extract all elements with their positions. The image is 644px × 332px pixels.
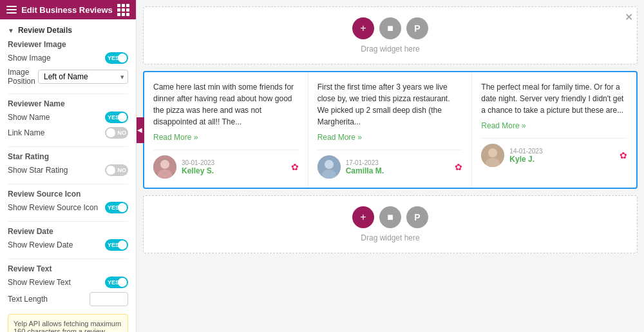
reviewer-name-group: Reviewer Name Show Name YES Link Name NO — [8, 99, 128, 139]
text-length-label: Text Length — [8, 295, 48, 304]
square-widget-icon[interactable]: ■ — [379, 17, 401, 39]
p-widget-icon[interactable]: P — [406, 17, 428, 39]
reviewer-date-0: 30-01-2023 — [182, 159, 286, 166]
reviewer-footer-0: 30-01-2023 Kelley S. ✿ — [153, 150, 299, 179]
read-more-2[interactable]: Read More » — [481, 121, 627, 130]
main-content: ✕ + ■ P Drag widget here ◀ Came here las… — [137, 0, 644, 332]
add-widget-icon[interactable]: + — [352, 17, 374, 39]
show-text-row: Show Review Text YES — [8, 277, 128, 288]
show-date-toggle-label: YES — [108, 242, 119, 248]
reviewer-name-2: Kyle J. — [509, 155, 614, 164]
show-date-toggle[interactable]: YES — [105, 239, 128, 251]
yelp-icon-0: ✿ — [291, 162, 299, 172]
show-name-label: Show Name — [8, 113, 50, 122]
bottom-drag-zone-icons: + ■ P — [352, 206, 428, 228]
section-title: ▼ Review Details — [8, 26, 128, 35]
link-name-toggle[interactable]: NO — [105, 127, 128, 139]
toggle-on-label: YES — [108, 55, 119, 61]
reviewer-date-1: 17-01-2023 — [346, 159, 450, 166]
review-text-label: Review Text — [8, 264, 128, 273]
collapse-arrow[interactable]: ◀ — [137, 117, 144, 143]
show-text-label: Show Review Text — [8, 278, 71, 287]
top-drag-text: Drag widget here — [361, 44, 419, 54]
show-text-toggle-label: YES — [108, 279, 119, 286]
review-date-group: Review Date Show Review Date YES — [8, 227, 128, 251]
image-position-select[interactable]: Left of Name Above Name Right of Name — [38, 70, 128, 84]
sidebar-title: Edit Business Reviews — [21, 5, 113, 15]
reviewer-avatar-0 — [153, 155, 176, 179]
show-source-icon-label: Show Review Source Icon — [8, 203, 98, 212]
show-date-label: Show Review Date — [8, 240, 73, 249]
bottom-add-widget-icon[interactable]: + — [352, 206, 374, 228]
show-source-icon-toggle[interactable]: YES — [105, 202, 128, 213]
hamburger-icon[interactable] — [6, 6, 17, 14]
show-image-row: Show Image YES — [8, 52, 128, 64]
show-text-toggle[interactable]: YES — [105, 277, 128, 288]
bottom-drag-text: Drag widget here — [361, 233, 419, 242]
reviewer-info-1: 17-01-2023 Camilla M. — [346, 159, 450, 175]
image-position-label: Image Position — [8, 68, 38, 86]
grid-icon[interactable] — [117, 4, 129, 16]
reviewer-avatar-1 — [317, 155, 341, 179]
read-more-0[interactable]: Read More » — [153, 133, 299, 142]
warning-text: Yelp API allows fetching maximum 160 cha… — [14, 320, 121, 332]
show-date-row: Show Review Date YES — [8, 239, 128, 251]
yelp-icon-1: ✿ — [455, 162, 462, 172]
show-source-icon-toggle-label: YES — [108, 204, 119, 211]
link-name-row: Link Name NO — [8, 127, 128, 139]
star-rating-label: Star Rating — [8, 152, 128, 161]
warning-box: Yelp API allows fetching maximum 160 cha… — [8, 314, 128, 332]
bottom-drag-zone[interactable]: + ■ P Drag widget here — [143, 195, 638, 253]
reviewer-image-label: Reviewer Image — [8, 40, 128, 49]
close-button[interactable]: ✕ — [625, 11, 633, 23]
star-rating-group: Star Rating Show Star Rating NO — [8, 152, 128, 176]
show-name-toggle-label: YES — [108, 114, 119, 121]
sidebar: Edit Business Reviews ▼ Review Details R… — [0, 0, 137, 332]
svg-point-7 — [488, 148, 497, 157]
text-length-row: Text Length 25 — [8, 292, 128, 306]
text-length-input[interactable]: 25 — [90, 292, 128, 306]
drag-zone-icons: + ■ P — [352, 17, 428, 39]
bottom-p-widget-icon[interactable]: P — [406, 206, 428, 228]
reviewer-avatar-2 — [481, 144, 504, 167]
svg-point-4 — [325, 160, 334, 169]
link-name-toggle-label: NO — [118, 130, 127, 136]
sidebar-header: Edit Business Reviews — [0, 0, 136, 19]
show-image-toggle[interactable]: YES — [105, 52, 128, 64]
reviewer-footer-1: 17-01-2023 Camilla M. ✿ — [317, 150, 463, 179]
show-star-row: Show Star Rating NO — [8, 164, 128, 176]
link-name-label: Link Name — [8, 128, 44, 137]
reviewer-info-2: 14-01-2023 Kyle J. — [509, 148, 614, 164]
show-star-toggle-label: NO — [118, 167, 127, 173]
image-position-row: Image Position Left of Name Above Name R… — [8, 68, 128, 86]
show-source-icon-row: Show Review Source Icon YES — [8, 202, 128, 213]
show-star-toggle[interactable]: NO — [105, 164, 128, 176]
reviews-grid: Came here last min with some friends for… — [144, 72, 636, 188]
reviewer-name-0: Kelley S. — [182, 166, 286, 175]
review-card: Came here last min with some friends for… — [144, 72, 308, 188]
reviewer-info-0: 30-01-2023 Kelley S. — [182, 159, 286, 175]
top-drag-zone[interactable]: ✕ + ■ P Drag widget here — [143, 6, 638, 64]
show-name-toggle[interactable]: YES — [105, 112, 128, 123]
bottom-square-widget-icon[interactable]: ■ — [379, 206, 401, 228]
review-text-2: The perfect meal for family time. Or for… — [481, 81, 627, 116]
show-name-row: Show Name YES — [8, 112, 128, 123]
show-star-label: Show Star Rating — [8, 166, 68, 175]
reviewer-date-2: 14-01-2023 — [509, 148, 614, 155]
review-card: The perfect meal for family time. Or for… — [472, 72, 636, 188]
svg-point-1 — [160, 160, 169, 169]
review-source-icon-group: Review Source Icon Show Review Source Ic… — [8, 190, 128, 213]
review-date-label: Review Date — [8, 227, 128, 236]
review-text-0: Came here last min with some friends for… — [153, 81, 299, 128]
review-text-group: Review Text Show Review Text YES Text Le… — [8, 264, 128, 306]
reviewer-image-group: Reviewer Image Show Image YES Image Posi… — [8, 40, 128, 86]
yelp-icon-2: ✿ — [620, 150, 627, 161]
section-arrow[interactable]: ▼ — [8, 27, 14, 34]
review-card: First the first time after 3 years we li… — [308, 72, 473, 188]
show-image-label: Show Image — [8, 54, 51, 63]
image-position-select-wrap: Left of Name Above Name Right of Name — [38, 70, 128, 84]
reviewer-footer-2: 14-01-2023 Kyle J. ✿ — [481, 138, 627, 167]
reviews-section: ◀ Came here last min with some friends f… — [143, 71, 638, 189]
sidebar-body: ▼ Review Details Reviewer Image Show Ima… — [0, 19, 136, 332]
read-more-1[interactable]: Read More » — [317, 133, 463, 142]
